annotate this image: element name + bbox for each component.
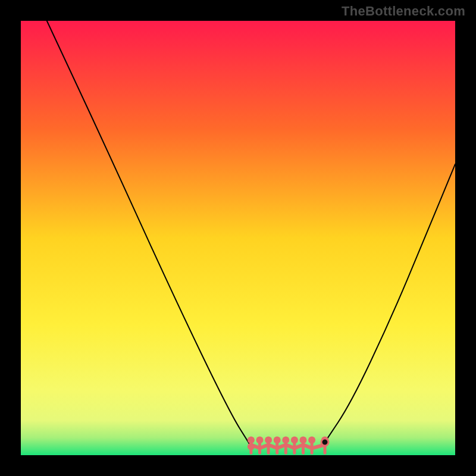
floor-dot: [274, 436, 281, 443]
floor-dot: [248, 436, 255, 443]
floor-dot: [256, 436, 264, 443]
floor-dot: [291, 436, 298, 443]
gradient-background: [21, 21, 455, 455]
chart-area: [21, 21, 455, 455]
chart-stage: TheBottleneck.com: [0, 0, 476, 476]
bottleneck-chart-svg: [21, 21, 455, 455]
watermark-text: TheBottleneck.com: [342, 4, 465, 19]
floor-dot: [282, 436, 289, 443]
floor-dot: [300, 436, 307, 443]
floor-dot: [265, 436, 272, 443]
curve-left-end-dot: [248, 443, 255, 450]
curve-right-start-dot: [321, 439, 328, 446]
floor-dot: [308, 436, 315, 443]
